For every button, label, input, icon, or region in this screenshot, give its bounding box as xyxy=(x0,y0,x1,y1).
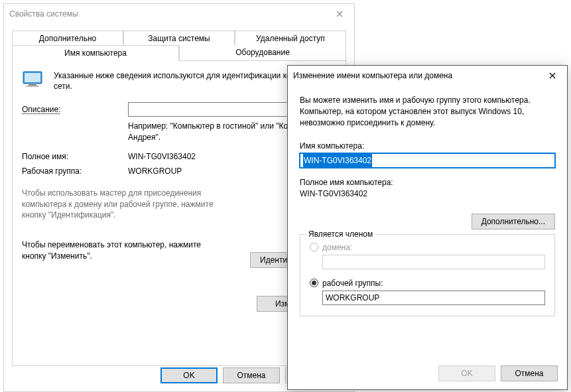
workgroup-value: WORKGROUP xyxy=(128,166,182,176)
advanced-button[interactable]: Дополнительно... xyxy=(472,214,555,229)
workgroup-label: Рабочая группа: xyxy=(22,166,128,176)
intro-text: Вы можете изменить имя и рабочую группу … xyxy=(300,95,555,128)
computer-name-changes-window: Изменение имени компьютера или домена Вы… xyxy=(287,65,568,390)
fullname-value: WIN-TG0VI363402 xyxy=(300,188,555,200)
tab-advanced[interactable]: Дополнительно xyxy=(12,31,123,46)
window-title: Свойства системы xyxy=(9,9,324,19)
workgroup-input[interactable] xyxy=(322,291,545,305)
domain-input xyxy=(322,255,545,269)
svg-rect-3 xyxy=(26,86,39,87)
svg-rect-1 xyxy=(25,73,40,82)
fullname-value: WIN-TG0VI363402 xyxy=(128,152,196,161)
close-icon xyxy=(549,72,556,79)
tab-strip: Дополнительно Защита системы Удаленный д… xyxy=(12,31,346,61)
window-title: Изменение имени компьютера или домена xyxy=(293,71,537,80)
ok-button: OK xyxy=(438,365,495,381)
description-label: Описание: xyxy=(22,105,128,114)
svg-rect-2 xyxy=(29,84,36,86)
fullname-label: Полное имя компьютера: xyxy=(300,177,555,188)
rename-text: Чтобы переименовать этот компьютер, нажм… xyxy=(22,239,221,262)
computer-name-input[interactable]: WIN-TG0VI363402 xyxy=(300,153,555,168)
member-of-group: Является членом домена: рабочей группы: xyxy=(300,234,555,316)
computer-name-label: Имя компьютера: xyxy=(300,141,555,151)
cancel-button[interactable]: Отмена xyxy=(223,367,280,383)
wizard-text: Чтобы использовать мастер для присоедине… xyxy=(22,188,221,221)
close-button[interactable] xyxy=(324,4,354,24)
tab-remote[interactable]: Удаленный доступ xyxy=(235,31,346,46)
tab-computer-name[interactable]: Имя компьютера xyxy=(12,45,179,61)
ok-button[interactable]: OK xyxy=(160,367,218,383)
domain-radio xyxy=(310,243,318,251)
cancel-button[interactable]: Отмена xyxy=(501,365,558,381)
computer-icon xyxy=(22,70,44,89)
member-of-legend: Является членом xyxy=(306,229,375,239)
workgroup-radio-label[interactable]: рабочей группы: xyxy=(322,279,383,288)
workgroup-radio[interactable] xyxy=(310,279,318,287)
dialog-footer: OK Отмена xyxy=(438,365,558,381)
domain-radio-label: домена: xyxy=(322,243,352,252)
close-button[interactable] xyxy=(537,66,567,86)
tab-system-protection[interactable]: Защита системы xyxy=(123,31,235,46)
tab-hardware[interactable]: Оборудование xyxy=(179,45,346,61)
fullname-label: Полное имя: xyxy=(22,152,128,161)
close-icon xyxy=(336,11,343,17)
titlebar[interactable]: Изменение имени компьютера или домена xyxy=(288,66,567,86)
titlebar[interactable]: Свойства системы xyxy=(4,4,354,24)
